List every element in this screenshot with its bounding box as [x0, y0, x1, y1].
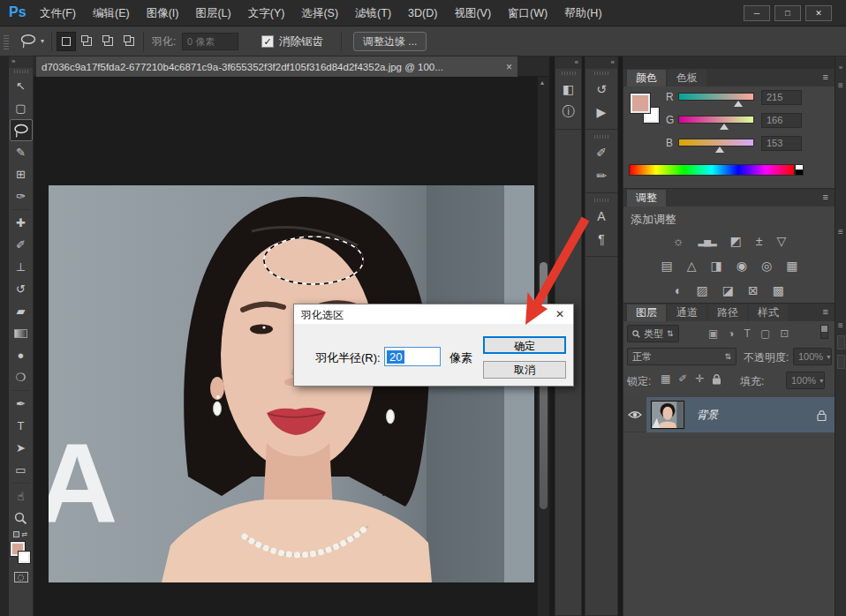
gradient-tool[interactable]	[10, 322, 33, 344]
lock-position-icon[interactable]: ✛	[695, 372, 704, 385]
tab-layers[interactable]: 图层	[627, 304, 666, 321]
blue-slider-thumb[interactable]	[715, 146, 724, 153]
menu-window[interactable]: 窗口(W)	[505, 4, 550, 23]
tab-swatches[interactable]: 色板	[668, 70, 706, 86]
feather-radius-input[interactable]: 20	[384, 347, 441, 366]
add-to-selection-button[interactable]	[78, 32, 97, 51]
cancel-button[interactable]: 取消	[483, 361, 566, 379]
green-slider-thumb[interactable]	[720, 124, 729, 130]
layer-visibility-cell[interactable]	[623, 397, 646, 432]
color-balance-icon[interactable]: △	[687, 259, 697, 273]
opacity-dropdown[interactable]: 100% ▾	[793, 348, 832, 365]
zoom-tool[interactable]	[10, 507, 33, 530]
layer-thumbnail[interactable]	[651, 401, 684, 429]
panel-menu-icon[interactable]: ≡	[835, 320, 846, 330]
type-tool[interactable]: T	[10, 415, 33, 437]
red-value-input[interactable]: 215	[761, 90, 802, 105]
brush-presets-panel-icon[interactable]: ✏	[585, 164, 617, 187]
threshold-icon[interactable]: ◪	[722, 283, 734, 297]
collapse-dock-icon[interactable]: «	[585, 57, 617, 69]
history-brush-tool[interactable]: ↺	[10, 278, 33, 300]
maximize-button[interactable]: □	[774, 5, 801, 21]
menu-help[interactable]: 帮助(H)	[562, 4, 604, 23]
menu-type[interactable]: 文字(Y)	[245, 4, 288, 23]
swap-colors-icon[interactable]: ⇄	[10, 530, 33, 540]
properties-panel-icon[interactable]: ◧	[555, 78, 581, 101]
crop-tool[interactable]: ⊞	[10, 163, 33, 185]
shape-tool[interactable]: ▭	[10, 459, 33, 481]
brush-panel-icon[interactable]: ✐	[585, 141, 617, 164]
toolbar-expand-icon[interactable]: »	[9, 56, 33, 68]
spectrum-black-swatch[interactable]	[795, 169, 804, 176]
eraser-tool[interactable]: ▰	[10, 300, 33, 322]
color-spectrum-ramp[interactable]	[629, 164, 795, 176]
menu-image[interactable]: 图像(I)	[144, 4, 182, 23]
brightness-contrast-icon[interactable]: ☼	[673, 234, 684, 248]
dodge-tool[interactable]: ❍	[10, 366, 33, 388]
tab-styles[interactable]: 样式	[749, 304, 788, 321]
layer-filter-toggle[interactable]	[820, 325, 828, 339]
layer-filter-kind-dropdown[interactable]: 类型 ⇅	[627, 325, 679, 342]
hand-tool[interactable]: ☝	[10, 485, 33, 507]
filter-smart-objects-icon[interactable]: ⊡	[780, 327, 789, 340]
lock-transparency-icon[interactable]: ▦	[661, 372, 670, 385]
marquee-tool[interactable]: ▢	[10, 97, 33, 119]
expand-dock-icon[interactable]: »	[835, 64, 846, 71]
blue-slider[interactable]	[678, 139, 754, 146]
close-button[interactable]: ✕	[805, 5, 832, 21]
filter-type-layers-icon[interactable]: T	[744, 327, 751, 340]
panel-menu-icon[interactable]: ≡	[823, 71, 828, 82]
menu-filter[interactable]: 滤镜(T)	[352, 4, 394, 23]
menu-3d[interactable]: 3D(D)	[405, 5, 440, 21]
fill-dropdown[interactable]: 100% ▾	[786, 372, 825, 389]
layer-selected-area[interactable]: 背景	[646, 397, 835, 432]
panel-menu-icon[interactable]: ≡	[835, 80, 846, 90]
refine-edge-button[interactable]: 调整边缘 ...	[353, 32, 427, 51]
curves-icon[interactable]: ◩	[730, 234, 742, 248]
invert-icon[interactable]: ◐	[675, 283, 682, 297]
blend-mode-dropdown[interactable]: 正常 ⇅	[627, 348, 736, 365]
tab-adjustments[interactable]: 调整	[627, 190, 666, 207]
filter-pixel-layers-icon[interactable]: ▣	[708, 327, 718, 340]
panel-menu-icon[interactable]: ≡	[823, 306, 828, 317]
document-tab-close-icon[interactable]: ×	[506, 61, 512, 73]
exposure-icon[interactable]: ±	[756, 234, 763, 248]
selective-color-icon[interactable]: ⊠	[748, 283, 759, 297]
lock-pixels-icon[interactable]: ✐	[678, 372, 687, 385]
blue-value-input[interactable]: 153	[761, 136, 802, 151]
document-tab[interactable]: d7036c9a17f5fda2-677210b4c6871c9a-3f6553…	[36, 56, 517, 77]
red-slider[interactable]	[678, 93, 754, 101]
menu-layer[interactable]: 图层(L)	[193, 4, 233, 23]
filter-adjustment-layers-icon[interactable]: ◑	[728, 327, 734, 340]
feather-input[interactable]: 0 像素	[182, 33, 238, 50]
tool-preset-dropdown-icon[interactable]: ▾	[41, 37, 44, 45]
lasso-tool[interactable]	[10, 119, 33, 141]
vibrance-icon[interactable]: ▽	[777, 234, 787, 248]
foreground-color-swatch[interactable]	[631, 94, 650, 113]
red-slider-thumb[interactable]	[734, 101, 743, 107]
antialias-checkbox[interactable]: ✓	[261, 35, 274, 48]
layer-name[interactable]: 背景	[697, 408, 817, 423]
color-lookup-icon[interactable]: ▦	[786, 259, 797, 273]
eyedropper-tool[interactable]: ✑	[10, 185, 33, 207]
channel-mixer-icon[interactable]: ◎	[761, 259, 772, 273]
green-slider[interactable]	[678, 116, 754, 124]
intersect-selection-button[interactable]	[120, 32, 140, 51]
menu-file[interactable]: 文件(F)	[37, 4, 79, 23]
tab-paths[interactable]: 路径	[708, 304, 747, 321]
panel-menu-icon[interactable]: ≡	[823, 192, 828, 202]
minimize-button[interactable]: ─	[744, 5, 770, 21]
actions-panel-icon[interactable]: ▶	[585, 101, 617, 124]
brush-tool[interactable]: ✐	[10, 234, 33, 256]
background-color-swatch[interactable]	[19, 552, 30, 563]
path-selection-tool[interactable]: ➤	[10, 437, 33, 459]
gradient-map-icon[interactable]: ▩	[773, 283, 784, 297]
panel-menu-icon[interactable]: ≡	[835, 227, 846, 237]
posterize-icon[interactable]: ▨	[697, 283, 708, 297]
clone-stamp-tool[interactable]: ⊥	[10, 256, 33, 278]
menu-view[interactable]: 视图(V)	[451, 4, 494, 23]
healing-brush-tool[interactable]: ✚	[10, 212, 33, 234]
hue-saturation-icon[interactable]: ▤	[661, 259, 673, 273]
quick-selection-tool[interactable]: ✎	[10, 141, 33, 163]
filter-shape-layers-icon[interactable]: ▢	[760, 327, 770, 340]
